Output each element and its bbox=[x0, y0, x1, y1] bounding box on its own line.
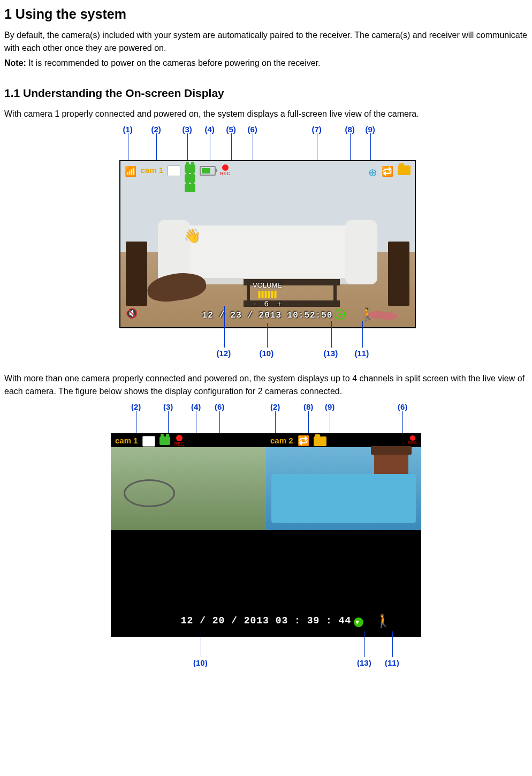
zoom-icon: ⊕ bbox=[368, 164, 377, 180]
rec-icon: REC bbox=[408, 435, 417, 445]
section-paragraph-1: With camera 1 properly connected and pow… bbox=[4, 108, 528, 120]
channel-2-view bbox=[266, 447, 421, 530]
network-icon-stack bbox=[185, 164, 195, 192]
room-speaker-right bbox=[388, 242, 409, 306]
volume-label: VOLUME bbox=[253, 280, 282, 291]
volume-bar bbox=[253, 291, 282, 298]
download-icon bbox=[354, 617, 363, 627]
heading-1: 1 Using the system bbox=[4, 4, 528, 25]
callout-13: (13) bbox=[324, 348, 338, 360]
split-screen-view: cam 1 REC cam 2 🔁 REC 12 / 20 / 2013 03 bbox=[111, 433, 421, 637]
cam2-osd-row: cam 2 🔁 bbox=[270, 435, 326, 446]
sd-card-icon bbox=[142, 436, 155, 447]
camera-live-view: 📶 cam 1 REC ⊕ 🔁 👋 VOLUME bbox=[119, 160, 416, 328]
figure-1-wrap: (1) (2) (3) (4) (5) (6) (7) (8) (9) 📶 bbox=[4, 124, 528, 359]
osd-top-bar: 📶 cam 1 REC ⊕ 🔁 bbox=[120, 164, 415, 190]
note-paragraph: Note: It is recommended to power on the … bbox=[4, 57, 528, 70]
note-label: Note: bbox=[4, 58, 26, 67]
channel-1-view bbox=[111, 447, 266, 530]
network-icon bbox=[159, 436, 170, 445]
rec-icon: REC bbox=[220, 164, 230, 176]
swimming-pool bbox=[271, 474, 416, 523]
callout-11: (11) bbox=[355, 348, 369, 360]
callout-10: (10) bbox=[260, 348, 274, 360]
figure-1: (1) (2) (3) (4) (5) (6) (7) (8) (9) 📶 bbox=[99, 124, 434, 359]
garden-table bbox=[124, 479, 175, 507]
folder-icon bbox=[398, 165, 411, 175]
camera-label: cam 1 bbox=[141, 164, 164, 177]
volume-plus: + bbox=[277, 298, 282, 310]
new-file-icon bbox=[335, 309, 345, 320]
heading-1-1: 1.1 Understanding the On-screen Display bbox=[4, 85, 528, 102]
folder-icon bbox=[314, 436, 326, 446]
note-text: It is recommended to power on the camera… bbox=[26, 58, 321, 67]
volume-osd: VOLUME - 6 + bbox=[253, 280, 282, 310]
pool-shed bbox=[374, 453, 408, 476]
callout-11: (11) bbox=[385, 657, 399, 669]
signal-icon: 📶 bbox=[125, 164, 136, 179]
channel-4-view bbox=[266, 530, 421, 613]
section-paragraph-2: With more than one camera properly conne… bbox=[4, 372, 528, 398]
volume-value: 6 bbox=[264, 298, 269, 310]
camera-label: cam 1 bbox=[115, 435, 138, 447]
callout-13: (13) bbox=[357, 657, 371, 669]
talk-icon: 👋 bbox=[184, 225, 201, 246]
figure-2: (2) (3) (4) (6) (2) (8) (9) (6) cam 1 RE… bbox=[79, 401, 453, 669]
intro-paragraph: By default, the camera(s) included with … bbox=[4, 29, 528, 55]
cam1-osd-row: cam 1 REC bbox=[115, 435, 185, 446]
sd-card-icon bbox=[168, 165, 180, 176]
camera-label: cam 2 bbox=[270, 435, 293, 447]
network-icon bbox=[185, 184, 195, 192]
channel-3-view bbox=[111, 530, 266, 613]
callout-12: (12) bbox=[217, 348, 231, 360]
timestamp: 12 / 20 / 2013 03 : 39 : 44 bbox=[111, 614, 421, 628]
rec-icon: REC bbox=[174, 435, 185, 447]
volume-minus: - bbox=[253, 298, 256, 310]
loop-icon: 🔁 bbox=[382, 164, 393, 179]
motion-icon: 🚶 bbox=[375, 611, 391, 630]
room-speaker-left bbox=[126, 242, 147, 306]
timestamp: 12 / 23 / 2013 10:52:50 bbox=[202, 309, 333, 322]
mute-icon: 🔇 bbox=[126, 306, 138, 321]
figure-2-wrap: (2) (3) (4) (6) (2) (8) (9) (6) cam 1 RE… bbox=[4, 401, 528, 669]
battery-icon bbox=[200, 166, 216, 176]
loop-icon: 🔁 bbox=[298, 434, 309, 448]
callout-10: (10) bbox=[193, 657, 208, 669]
